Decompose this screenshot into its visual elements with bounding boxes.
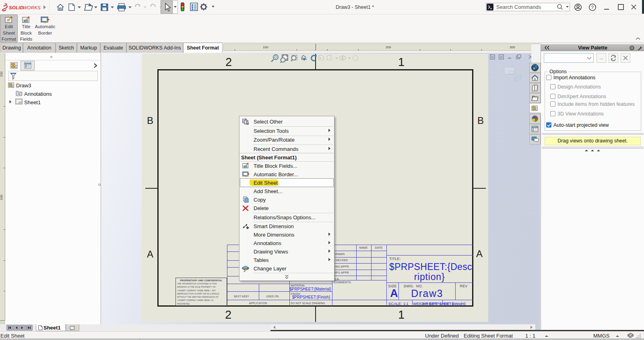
svg-text:SOLID: SOLID bbox=[9, 5, 23, 10]
svg-text:A: A bbox=[18, 92, 21, 96]
svg-text:WORKS: WORKS bbox=[23, 5, 41, 10]
svg-text:D: D bbox=[533, 67, 535, 70]
svg-text:?: ? bbox=[591, 5, 594, 10]
